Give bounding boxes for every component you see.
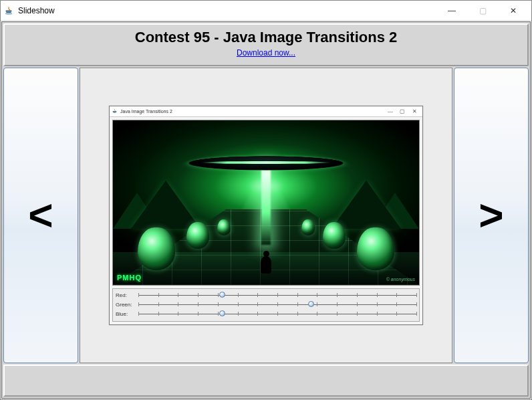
logo-text: PMHQ [117, 274, 142, 282]
header-panel: Contest 95 - Java Image Transitions 2 Do… [3, 23, 529, 66]
window-controls: — ▢ ✕ [436, 1, 529, 20]
inner-titlebar: Java Image Transitions 2 — ▢ ✕ [110, 106, 422, 117]
slider-blue-label: Blue: [116, 311, 138, 317]
slider-green-track[interactable] [138, 300, 416, 308]
next-button[interactable]: > [454, 68, 529, 363]
slider-red: Red: [116, 290, 416, 300]
java-icon [112, 108, 118, 115]
slider-thumb[interactable] [219, 292, 225, 298]
page-title: Contest 95 - Java Image Transitions 2 [7, 29, 525, 46]
maximize-button[interactable]: ▢ [467, 1, 498, 20]
slider-thumb[interactable] [308, 301, 314, 307]
java-icon [3, 5, 14, 16]
slider-green: Green: [116, 300, 416, 309]
prev-button[interactable]: < [3, 68, 78, 363]
close-button[interactable]: ✕ [498, 1, 529, 20]
inner-content: PMHQ © anonymous Red: Green: [110, 117, 422, 324]
slide-image: PMHQ © anonymous [112, 120, 420, 286]
svg-point-0 [5, 13, 12, 14]
slider-red-track[interactable] [138, 291, 416, 299]
footer-panel [3, 365, 529, 397]
middle-row: < Java Image Transitions 2 — [3, 68, 529, 363]
app-window: Slideshow — ▢ ✕ Contest 95 - Java Image … [0, 0, 532, 400]
client-area: Contest 95 - Java Image Transitions 2 Do… [1, 21, 531, 399]
inner-minimize-button: — [384, 108, 396, 114]
slider-green-label: Green: [116, 302, 138, 308]
inner-close-button: ✕ [408, 108, 420, 114]
inner-window-title: Java Image Transitions 2 [120, 109, 172, 114]
window-title: Slideshow [18, 6, 436, 15]
slider-red-label: Red: [116, 292, 138, 298]
minimize-button[interactable]: — [436, 1, 467, 20]
sliders-panel: Red: Green: Blue: [112, 288, 420, 322]
titlebar[interactable]: Slideshow — ▢ ✕ [1, 1, 531, 21]
slider-blue-track[interactable] [138, 310, 416, 318]
inner-maximize-button: ▢ [396, 108, 408, 114]
slide-inner-window: Java Image Transitions 2 — ▢ ✕ [109, 106, 423, 325]
slider-blue: Blue: [116, 309, 416, 318]
slide-viewport: Java Image Transitions 2 — ▢ ✕ [80, 68, 452, 363]
image-credit: © anonymous [386, 277, 415, 282]
download-link[interactable]: Download now... [237, 48, 295, 58]
slider-thumb[interactable] [219, 310, 225, 316]
